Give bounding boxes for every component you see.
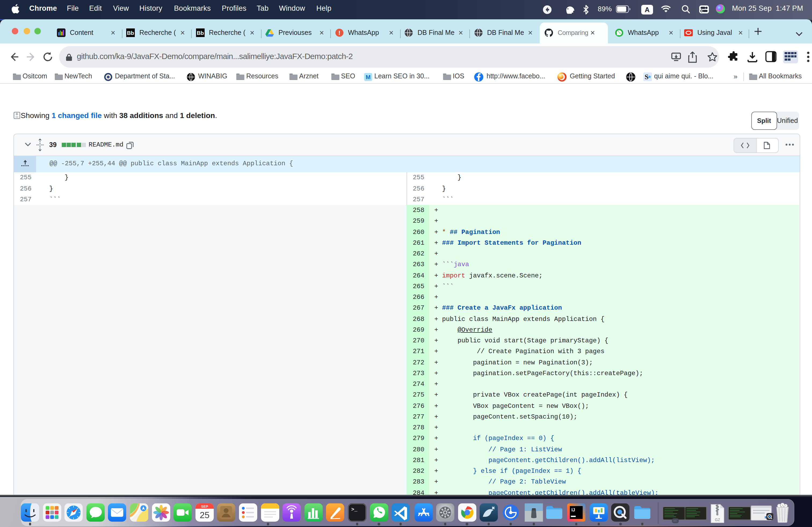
svg-text:SEP: SEP (201, 505, 208, 509)
svg-text:25: 25 (200, 510, 209, 520)
svg-text:IJ: IJ (571, 508, 575, 512)
svg-text:!: ! (338, 29, 340, 36)
svg-text:>_: >_ (351, 507, 358, 512)
svg-text:M: M (366, 74, 371, 80)
svg-text:S: S (644, 73, 648, 80)
svg-text:Bb: Bb (197, 30, 204, 36)
svg-text:Bb: Bb (127, 30, 134, 36)
svg-text:A: A (645, 6, 650, 13)
svg-text:GZ: GZ (715, 517, 720, 522)
